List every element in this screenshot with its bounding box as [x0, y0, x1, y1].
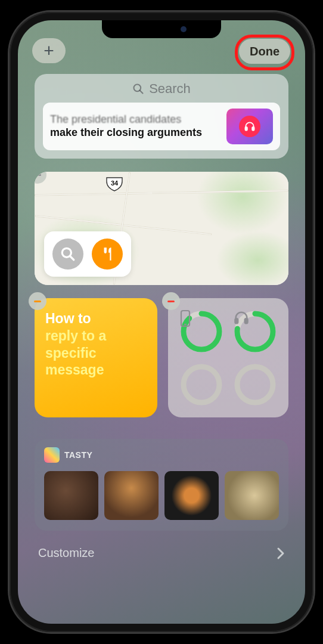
tasty-header: TASTY [44, 447, 279, 463]
minus-icon [35, 174, 41, 176]
tasty-title: TASTY [64, 450, 92, 460]
content-area: Search The presidential candidates make … [18, 74, 305, 624]
recipe-thumbnail[interactable] [44, 471, 98, 520]
maps-search-button[interactable] [52, 239, 83, 270]
notes-text-line: message [45, 361, 147, 379]
notes-text-line: specific [45, 345, 147, 362]
maps-widget[interactable]: 34 [35, 172, 288, 285]
maps-quick-actions [44, 231, 131, 277]
recipe-thumbnail[interactable] [104, 471, 159, 520]
svg-rect-3 [252, 127, 254, 131]
batteries-widget[interactable] [168, 298, 288, 417]
search-icon [132, 83, 144, 95]
battery-ring-empty [179, 363, 223, 407]
done-button-label: Done [250, 45, 279, 58]
add-widget-button[interactable]: + [32, 38, 66, 63]
customize-button[interactable]: Customize [35, 546, 288, 560]
remove-widget-button[interactable] [29, 292, 46, 310]
search-icon [60, 246, 76, 262]
notes-text-line: reply to a [45, 327, 147, 345]
news-line1: The presidential candidates [50, 113, 220, 126]
svg-point-16 [237, 367, 273, 402]
customize-label: Customize [38, 546, 94, 560]
route-shield-icon: 34 [105, 177, 123, 192]
remove-widget-button[interactable] [162, 292, 180, 310]
svg-rect-13 [235, 318, 238, 323]
svg-text:34: 34 [111, 179, 119, 187]
svg-line-6 [70, 256, 74, 260]
battery-ring-empty [233, 363, 277, 407]
search-card: Search The presidential candidates make … [35, 74, 288, 159]
tasty-thumbnails [44, 471, 279, 520]
notes-widget[interactable]: How to reply to a specific message [35, 298, 157, 417]
device-frame: + Done Search The presid [10, 12, 313, 632]
battery-ring-headphones [233, 309, 277, 354]
svg-rect-14 [245, 318, 248, 323]
top-bar: + Done [18, 38, 305, 70]
tasty-logo-icon [44, 447, 60, 463]
phone-icon [179, 309, 223, 354]
fork-knife-icon [100, 246, 115, 262]
search-field[interactable]: Search [43, 81, 280, 97]
news-headline: The presidential candidates make their c… [50, 113, 220, 139]
done-button[interactable]: Done [239, 39, 290, 64]
notes-text-line: How to [45, 310, 147, 327]
battery-ring-phone [179, 309, 223, 354]
widget-row: How to reply to a specific message [35, 298, 288, 417]
maps-food-button[interactable] [92, 239, 123, 270]
chevron-right-icon [277, 547, 285, 560]
done-button-highlight: Done [235, 35, 294, 70]
tasty-card[interactable]: TASTY [35, 439, 288, 531]
headphones-icon [233, 309, 277, 354]
svg-rect-2 [246, 127, 247, 131]
headphones-icon [239, 116, 260, 137]
news-thumbnail [226, 109, 273, 144]
svg-line-1 [140, 91, 143, 94]
news-line2: make their closing arguments [50, 126, 220, 140]
minus-icon [34, 301, 41, 302]
recipe-thumbnail[interactable] [225, 471, 279, 520]
minus-icon [167, 301, 175, 302]
search-placeholder: Search [149, 81, 191, 97]
recipe-thumbnail[interactable] [164, 471, 219, 520]
notch [102, 20, 221, 38]
screen: + Done Search The presid [18, 20, 305, 624]
plus-icon: + [44, 41, 54, 61]
news-widget[interactable]: The presidential candidates make their c… [43, 103, 280, 150]
svg-point-15 [184, 367, 219, 402]
